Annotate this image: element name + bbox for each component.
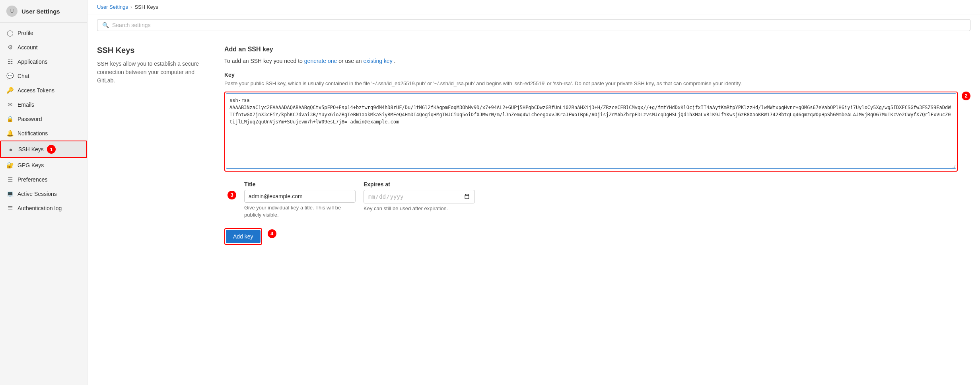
monitor-icon: 💻: [6, 190, 14, 197]
existing-key-link[interactable]: existing key: [364, 58, 393, 64]
sidebar-item-label: Chat: [18, 73, 29, 79]
expires-label: Expires at: [364, 181, 475, 188]
sidebar: U User Settings ◯ Profile ⚙ Account ☷ Ap…: [0, 0, 88, 385]
sidebar-item-label: Account: [18, 44, 38, 51]
step-2-badge: 2: [962, 92, 970, 100]
breadcrumb-separator: ›: [130, 4, 132, 10]
step-3-badge: 3: [228, 191, 236, 199]
sidebar-item-label: GPG Keys: [18, 162, 44, 168]
add-ssh-desc-mid: or use an: [338, 58, 363, 64]
sidebar-nav: ◯ Profile ⚙ Account ☷ Applications 💬 Cha…: [0, 23, 87, 385]
account-icon: ⚙: [6, 44, 14, 51]
sidebar-item-label: Access Tokens: [18, 87, 54, 94]
sidebar-item-label: Notifications: [18, 130, 48, 137]
search-bar: 🔍: [97, 19, 970, 31]
generate-one-link[interactable]: generate one: [304, 58, 337, 64]
key-hint: Paste your public SSH key, which is usua…: [224, 80, 970, 88]
chat-icon: 💬: [6, 72, 14, 80]
sidebar-item-password[interactable]: 🔒 Password: [0, 112, 87, 126]
add-ssh-desc-after: .: [394, 58, 396, 64]
title-label: Title: [244, 181, 356, 188]
add-key-button[interactable]: Add key: [226, 230, 261, 243]
search-icon: 🔍: [102, 22, 109, 28]
page-description: SSH keys allow you to establish a secure…: [97, 60, 208, 85]
breadcrumb-parent[interactable]: User Settings: [97, 4, 128, 10]
sidebar-item-emails[interactable]: ✉ Emails: [0, 98, 87, 112]
lock-icon: 🔒: [6, 115, 14, 123]
sidebar-header: U User Settings: [0, 0, 87, 23]
sidebar-item-profile[interactable]: ◯ Profile: [0, 26, 87, 40]
key-icon: 🔑: [6, 87, 14, 94]
sidebar-item-label: Password: [18, 116, 42, 122]
expires-field-group: Expires at Key can still be used after e…: [364, 181, 475, 212]
main-content: User Settings › SSH Keys 🔍 SSH Keys SSH …: [88, 0, 980, 385]
sidebar-item-label: Preferences: [18, 176, 47, 183]
sidebar-title: User Settings: [21, 8, 60, 15]
breadcrumb-current: SSH Keys: [134, 4, 158, 10]
right-panel: Add an SSH key To add an SSH key you nee…: [224, 46, 970, 375]
sidebar-item-preferences[interactable]: ☰ Preferences: [0, 172, 87, 187]
key-label: Key: [224, 72, 970, 78]
search-input[interactable]: [112, 22, 965, 28]
key-textarea[interactable]: [226, 93, 956, 169]
sidebar-item-notifications[interactable]: 🔔 Notifications: [0, 126, 87, 141]
add-ssh-title: Add an SSH key: [224, 46, 970, 53]
expires-input[interactable]: [364, 190, 475, 203]
sidebar-item-ssh-keys[interactable]: ● SSH Keys 1: [0, 141, 87, 158]
sidebar-item-label: Applications: [18, 59, 48, 65]
ssh-icon: ●: [7, 146, 14, 153]
sidebar-item-auth-log[interactable]: ☰ Authentication log: [0, 201, 87, 215]
add-ssh-description: To add an SSH key you need to generate o…: [224, 57, 970, 65]
gpg-icon: 🔐: [6, 162, 14, 169]
sidebar-item-label: Profile: [18, 30, 33, 36]
grid-icon: ☷: [6, 58, 14, 65]
title-field-group: Title Give your individual key a title. …: [244, 181, 356, 219]
sidebar-item-applications[interactable]: ☷ Applications: [0, 55, 87, 69]
sidebar-item-label: Active Sessions: [18, 191, 57, 197]
expires-help: Key can still be used after expiration.: [364, 205, 475, 212]
breadcrumb: User Settings › SSH Keys: [88, 0, 980, 14]
page-title: SSH Keys: [97, 46, 208, 55]
email-icon: ✉: [6, 101, 14, 108]
bell-icon: 🔔: [6, 130, 14, 137]
sidebar-item-label: SSH Keys: [18, 146, 44, 152]
sidebar-item-gpg-keys[interactable]: 🔐 GPG Keys: [0, 158, 87, 172]
list-icon: ☰: [6, 205, 14, 212]
sidebar-item-access-tokens[interactable]: 🔑 Access Tokens: [0, 83, 87, 98]
title-input[interactable]: [244, 190, 356, 203]
sidebar-item-active-sessions[interactable]: 💻 Active Sessions: [0, 187, 87, 201]
search-bar-container: 🔍: [88, 14, 980, 36]
avatar: U: [6, 6, 18, 17]
left-panel: SSH Keys SSH keys allow you to establish…: [97, 46, 208, 375]
key-textarea-wrapper: [224, 92, 958, 172]
step-1-badge: 1: [47, 145, 56, 154]
sidebar-item-chat[interactable]: 💬 Chat: [0, 69, 87, 83]
person-icon: ◯: [6, 29, 14, 37]
sliders-icon: ☰: [6, 176, 14, 183]
add-key-button-wrapper: Add key: [224, 228, 262, 245]
sidebar-item-account[interactable]: ⚙ Account: [0, 40, 87, 55]
step-4-badge: 4: [268, 229, 276, 238]
sidebar-item-label: Emails: [18, 102, 34, 108]
title-help: Give your individual key a title. This w…: [244, 204, 356, 219]
add-ssh-desc-before: To add an SSH key you need to: [224, 58, 304, 64]
sidebar-item-label: Authentication log: [18, 205, 62, 211]
content-area: SSH Keys SSH keys allow you to establish…: [88, 36, 980, 385]
